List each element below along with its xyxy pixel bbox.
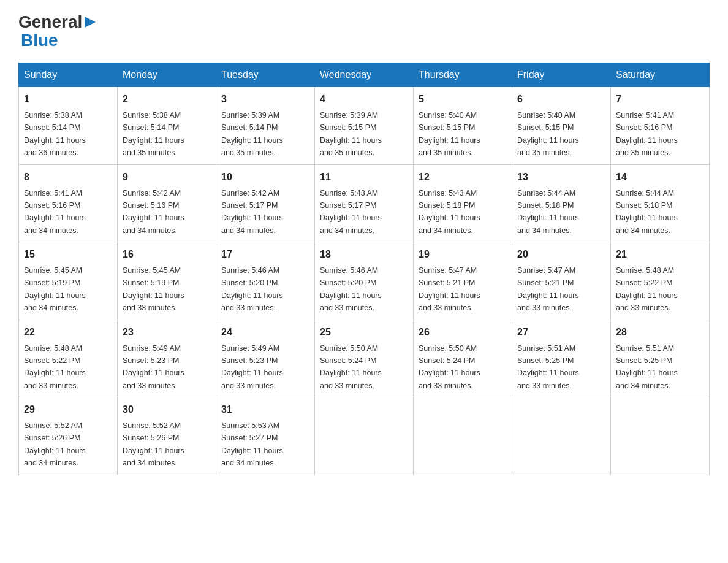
calendar-cell: 7 Sunrise: 5:41 AM Sunset: 5:16 PM Dayli… <box>611 87 710 165</box>
day-number: 28 <box>616 325 704 340</box>
calendar-cell: 10 Sunrise: 5:42 AM Sunset: 5:17 PM Dayl… <box>216 164 315 242</box>
header-wednesday: Wednesday <box>315 63 414 87</box>
day-info: Sunrise: 5:50 AM Sunset: 5:24 PM Dayligh… <box>320 344 382 390</box>
day-info: Sunrise: 5:51 AM Sunset: 5:25 PM Dayligh… <box>517 344 579 390</box>
day-number: 24 <box>221 325 309 340</box>
day-number: 9 <box>123 170 211 185</box>
calendar-cell: 15 Sunrise: 5:45 AM Sunset: 5:19 PM Dayl… <box>19 242 118 320</box>
day-number: 14 <box>616 170 704 185</box>
calendar-cell: 22 Sunrise: 5:48 AM Sunset: 5:22 PM Dayl… <box>19 320 118 397</box>
calendar-cell: 31 Sunrise: 5:53 AM Sunset: 5:27 PM Dayl… <box>216 397 315 475</box>
day-number: 3 <box>221 92 309 107</box>
day-info: Sunrise: 5:39 AM Sunset: 5:14 PM Dayligh… <box>221 111 283 157</box>
calendar-cell: 13 Sunrise: 5:44 AM Sunset: 5:18 PM Dayl… <box>512 164 611 242</box>
day-number: 29 <box>24 402 112 417</box>
day-info: Sunrise: 5:45 AM Sunset: 5:19 PM Dayligh… <box>123 266 184 312</box>
calendar-week-row: 8 Sunrise: 5:41 AM Sunset: 5:16 PM Dayli… <box>19 164 710 242</box>
calendar-cell: 8 Sunrise: 5:41 AM Sunset: 5:16 PM Dayli… <box>19 164 118 242</box>
day-info: Sunrise: 5:41 AM Sunset: 5:16 PM Dayligh… <box>24 189 86 235</box>
day-info: Sunrise: 5:51 AM Sunset: 5:25 PM Dayligh… <box>616 344 678 390</box>
day-number: 2 <box>123 92 211 107</box>
day-number: 15 <box>24 247 112 262</box>
day-number: 30 <box>123 402 211 417</box>
day-info: Sunrise: 5:47 AM Sunset: 5:21 PM Dayligh… <box>517 266 579 312</box>
calendar-week-row: 15 Sunrise: 5:45 AM Sunset: 5:19 PM Dayl… <box>19 242 710 320</box>
day-info: Sunrise: 5:38 AM Sunset: 5:14 PM Dayligh… <box>123 111 184 157</box>
day-number: 16 <box>123 247 211 262</box>
day-info: Sunrise: 5:52 AM Sunset: 5:26 PM Dayligh… <box>24 421 86 467</box>
day-number: 7 <box>616 92 704 107</box>
day-number: 10 <box>221 170 309 185</box>
day-number: 21 <box>616 247 704 262</box>
calendar-cell: 1 Sunrise: 5:38 AM Sunset: 5:14 PM Dayli… <box>19 87 118 165</box>
day-info: Sunrise: 5:40 AM Sunset: 5:15 PM Dayligh… <box>419 111 480 157</box>
day-info: Sunrise: 5:48 AM Sunset: 5:22 PM Dayligh… <box>24 344 86 390</box>
calendar-cell: 11 Sunrise: 5:43 AM Sunset: 5:17 PM Dayl… <box>315 164 414 242</box>
calendar-cell: 21 Sunrise: 5:48 AM Sunset: 5:22 PM Dayl… <box>611 242 710 320</box>
day-info: Sunrise: 5:49 AM Sunset: 5:23 PM Dayligh… <box>123 344 184 390</box>
day-info: Sunrise: 5:45 AM Sunset: 5:19 PM Dayligh… <box>24 266 86 312</box>
day-info: Sunrise: 5:50 AM Sunset: 5:24 PM Dayligh… <box>419 344 480 390</box>
header-monday: Monday <box>118 63 216 87</box>
day-number: 17 <box>221 247 309 262</box>
calendar-week-row: 29 Sunrise: 5:52 AM Sunset: 5:26 PM Dayl… <box>19 397 710 475</box>
logo-general-text: General <box>18 12 82 32</box>
calendar-cell <box>611 397 710 475</box>
day-number: 18 <box>320 247 408 262</box>
calendar-cell <box>414 397 512 475</box>
calendar-cell: 16 Sunrise: 5:45 AM Sunset: 5:19 PM Dayl… <box>118 242 216 320</box>
header-sunday: Sunday <box>19 63 118 87</box>
day-number: 4 <box>320 92 408 107</box>
header-thursday: Thursday <box>414 63 512 87</box>
day-info: Sunrise: 5:44 AM Sunset: 5:18 PM Dayligh… <box>616 189 678 235</box>
calendar-cell: 24 Sunrise: 5:49 AM Sunset: 5:23 PM Dayl… <box>216 320 315 397</box>
calendar-week-row: 22 Sunrise: 5:48 AM Sunset: 5:22 PM Dayl… <box>19 320 710 397</box>
day-number: 19 <box>419 247 507 262</box>
calendar-cell: 18 Sunrise: 5:46 AM Sunset: 5:20 PM Dayl… <box>315 242 414 320</box>
day-info: Sunrise: 5:42 AM Sunset: 5:16 PM Dayligh… <box>123 189 184 235</box>
day-number: 11 <box>320 170 408 185</box>
logo-blue-text: Blue <box>21 31 58 50</box>
svg-marker-0 <box>85 17 96 28</box>
header-tuesday: Tuesday <box>216 63 315 87</box>
day-info: Sunrise: 5:38 AM Sunset: 5:14 PM Dayligh… <box>24 111 86 157</box>
calendar-cell: 17 Sunrise: 5:46 AM Sunset: 5:20 PM Dayl… <box>216 242 315 320</box>
day-number: 6 <box>517 92 605 107</box>
day-number: 5 <box>419 92 507 107</box>
day-number: 8 <box>24 170 112 185</box>
day-info: Sunrise: 5:46 AM Sunset: 5:20 PM Dayligh… <box>320 266 382 312</box>
day-info: Sunrise: 5:47 AM Sunset: 5:21 PM Dayligh… <box>419 266 480 312</box>
calendar-cell: 28 Sunrise: 5:51 AM Sunset: 5:25 PM Dayl… <box>611 320 710 397</box>
calendar-cell: 26 Sunrise: 5:50 AM Sunset: 5:24 PM Dayl… <box>414 320 512 397</box>
logo: General Blue <box>18 12 97 50</box>
day-info: Sunrise: 5:39 AM Sunset: 5:15 PM Dayligh… <box>320 111 382 157</box>
day-info: Sunrise: 5:42 AM Sunset: 5:17 PM Dayligh… <box>221 189 283 235</box>
header-friday: Friday <box>512 63 611 87</box>
day-info: Sunrise: 5:40 AM Sunset: 5:15 PM Dayligh… <box>517 111 579 157</box>
calendar-cell: 29 Sunrise: 5:52 AM Sunset: 5:26 PM Dayl… <box>19 397 118 475</box>
calendar-cell: 3 Sunrise: 5:39 AM Sunset: 5:14 PM Dayli… <box>216 87 315 165</box>
day-number: 25 <box>320 325 408 340</box>
day-info: Sunrise: 5:48 AM Sunset: 5:22 PM Dayligh… <box>616 266 678 312</box>
day-info: Sunrise: 5:41 AM Sunset: 5:16 PM Dayligh… <box>616 111 678 157</box>
day-number: 26 <box>419 325 507 340</box>
day-info: Sunrise: 5:43 AM Sunset: 5:17 PM Dayligh… <box>320 189 382 235</box>
day-number: 13 <box>517 170 605 185</box>
calendar-cell: 5 Sunrise: 5:40 AM Sunset: 5:15 PM Dayli… <box>414 87 512 165</box>
calendar-cell: 23 Sunrise: 5:49 AM Sunset: 5:23 PM Dayl… <box>118 320 216 397</box>
calendar-cell: 14 Sunrise: 5:44 AM Sunset: 5:18 PM Dayl… <box>611 164 710 242</box>
day-number: 27 <box>517 325 605 340</box>
day-number: 12 <box>419 170 507 185</box>
calendar-cell: 6 Sunrise: 5:40 AM Sunset: 5:15 PM Dayli… <box>512 87 611 165</box>
day-number: 31 <box>221 402 309 417</box>
page-header: General Blue <box>18 12 710 50</box>
calendar-cell: 25 Sunrise: 5:50 AM Sunset: 5:24 PM Dayl… <box>315 320 414 397</box>
calendar-cell: 19 Sunrise: 5:47 AM Sunset: 5:21 PM Dayl… <box>414 242 512 320</box>
day-number: 20 <box>517 247 605 262</box>
day-number: 23 <box>123 325 211 340</box>
calendar-cell <box>315 397 414 475</box>
header-saturday: Saturday <box>611 63 710 87</box>
logo-flag-icon <box>83 15 97 29</box>
calendar-table: SundayMondayTuesdayWednesdayThursdayFrid… <box>18 63 710 475</box>
calendar-cell: 30 Sunrise: 5:52 AM Sunset: 5:26 PM Dayl… <box>118 397 216 475</box>
